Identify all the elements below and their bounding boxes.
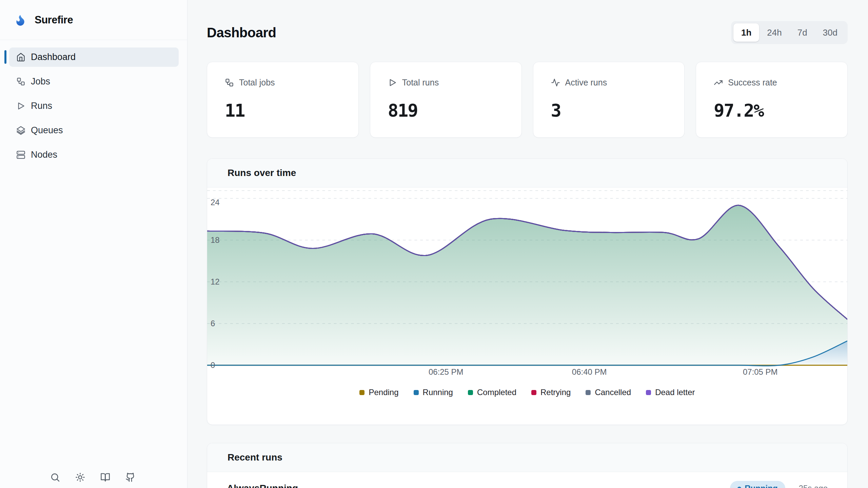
sidebar-item-runs[interactable]: Runs [9, 96, 179, 116]
stat-card-total-runs: Total runs 819 [370, 62, 522, 138]
status-badge-label: Running [745, 484, 777, 488]
sidebar-item-jobs[interactable]: Jobs [9, 72, 179, 91]
sidebar-item-label: Nodes [31, 150, 57, 160]
trending-up-icon [714, 78, 723, 87]
flame-logo-icon [14, 13, 27, 27]
svg-text:6: 6 [211, 319, 215, 328]
runs-over-time-chart: 06121824 06:25 PM06:40 PM07:05 PM [207, 188, 847, 384]
legend-chip-pending [359, 390, 364, 395]
stat-value: 819 [388, 100, 504, 121]
legend-chip-retrying [531, 390, 536, 395]
docs-button[interactable] [98, 470, 113, 485]
chart-card-header: Runs over time [207, 159, 847, 188]
svg-text:18: 18 [211, 235, 220, 245]
legend-chip-completed [468, 390, 473, 395]
stat-card-total-jobs: Total jobs 11 [207, 62, 359, 138]
active-accent-bar [4, 50, 6, 64]
legend-item-completed: Completed [468, 388, 516, 397]
legend-label: Cancelled [595, 388, 631, 397]
stat-label: Total runs [402, 78, 439, 87]
range-button-30d[interactable]: 30d [815, 23, 845, 42]
brand: Surefire [0, 0, 187, 40]
chart-legend: Pending Running Completed Retrying Cance… [207, 388, 847, 397]
sidebar-item-label: Runs [31, 101, 52, 111]
legend-item-running: Running [414, 388, 453, 397]
run-name: AlwaysRunning [227, 483, 298, 488]
legend-item-pending: Pending [359, 388, 398, 397]
page-title: Dashboard [207, 25, 276, 40]
server-icon [16, 150, 25, 159]
recent-runs-title: Recent runs [228, 452, 282, 463]
sidebar-item-label: Dashboard [31, 52, 76, 62]
status-badge: Running [730, 481, 785, 488]
svg-text:06:25 PM: 06:25 PM [429, 367, 463, 376]
github-button[interactable] [123, 470, 138, 485]
legend-chip-cancelled [586, 390, 591, 395]
sidebar-item-queues[interactable]: Queues [9, 121, 179, 140]
stats-row: Total jobs 11 Total runs 819 Active runs… [207, 62, 848, 138]
legend-chip-dead-letter [646, 390, 651, 395]
sidebar-footer [47, 470, 138, 485]
sidebar-item-label: Jobs [31, 76, 50, 87]
stat-label: Total jobs [239, 78, 275, 87]
stat-value: 3 [551, 100, 667, 121]
search-button[interactable] [47, 470, 62, 485]
play-icon [388, 78, 397, 87]
main-content: Dashboard 1h 24h 7d 30d Total jobs 11 To… [188, 0, 868, 488]
home-icon [16, 53, 25, 62]
stat-label: Active runs [565, 78, 607, 87]
svg-text:0: 0 [211, 360, 215, 370]
recent-run-row[interactable]: AlwaysRunning Running 25s ago [207, 472, 847, 488]
svg-text:07:05 PM: 07:05 PM [743, 367, 778, 376]
layers-icon [16, 126, 25, 135]
search-icon [50, 472, 60, 482]
legend-label: Running [423, 388, 453, 397]
sun-icon [75, 472, 85, 482]
range-button-24h[interactable]: 24h [759, 23, 789, 42]
legend-item-dead-letter: Dead letter [646, 388, 695, 397]
legend-chip-running [414, 390, 419, 395]
workflow-icon [16, 77, 25, 86]
sidebar-item-label: Queues [31, 125, 63, 136]
chart-title: Runs over time [228, 168, 296, 178]
svg-text:12: 12 [211, 277, 220, 286]
run-time-ago: 25s ago [799, 484, 828, 488]
range-button-7d[interactable]: 7d [790, 23, 815, 42]
activity-icon [551, 78, 560, 87]
brand-name: Surefire [35, 14, 73, 26]
sidebar-item-nodes[interactable]: Nodes [9, 145, 179, 164]
recent-runs-header: Recent runs [207, 443, 847, 472]
legend-label: Dead letter [655, 388, 695, 397]
svg-text:24: 24 [211, 198, 220, 207]
play-icon [16, 101, 25, 111]
svg-text:06:40 PM: 06:40 PM [572, 367, 607, 376]
stat-card-success-rate: Success rate 97.2% [696, 62, 848, 138]
legend-item-retrying: Retrying [531, 388, 571, 397]
sidebar-item-dashboard[interactable]: Dashboard [9, 47, 179, 67]
legend-label: Retrying [540, 388, 571, 397]
recent-runs-card: Recent runs AlwaysRunning Running 25s ag… [207, 443, 848, 488]
theme-toggle-button[interactable] [73, 470, 87, 485]
sidebar-nav: Dashboard Jobs Runs Queues Nodes [0, 40, 187, 164]
stat-value: 11 [225, 100, 341, 121]
book-open-icon [100, 472, 110, 482]
running-dot-icon [737, 487, 741, 488]
stat-label: Success rate [728, 78, 777, 87]
stat-card-active-runs: Active runs 3 [533, 62, 685, 138]
runs-over-time-card: Runs over time 06121824 06:25 PM06:40 PM… [207, 158, 848, 425]
legend-label: Pending [369, 388, 398, 397]
github-icon [125, 472, 135, 482]
legend-item-cancelled: Cancelled [586, 388, 631, 397]
workflow-icon [225, 78, 234, 87]
sidebar: Surefire Dashboard Jobs Runs Queues Node… [0, 0, 188, 488]
range-button-1h[interactable]: 1h [733, 23, 759, 42]
legend-label: Completed [477, 388, 516, 397]
page-header: Dashboard 1h 24h 7d 30d [207, 21, 848, 44]
stat-value: 97.2% [714, 100, 830, 121]
time-range-control: 1h 24h 7d 30d [731, 21, 848, 44]
